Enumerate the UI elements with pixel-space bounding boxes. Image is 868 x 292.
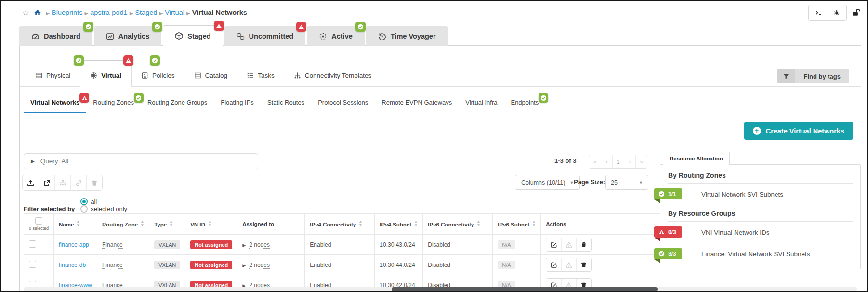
resource-allocation-tab[interactable]: Resource Allocation	[663, 152, 730, 165]
subtab-label: Tasks	[258, 72, 275, 79]
api-console-button[interactable]	[810, 6, 828, 19]
tab-dashboard[interactable]: Dashboard	[19, 26, 92, 46]
pagination-prev-button[interactable]: ‹	[601, 155, 612, 168]
subtab-physical[interactable]: Physical	[26, 64, 80, 87]
radio-icon[interactable]	[80, 205, 88, 212]
sectiontab-endpoints[interactable]: Endpoints	[504, 99, 545, 113]
export-button[interactable]	[39, 175, 54, 190]
radio-icon[interactable]	[80, 198, 88, 205]
subtab-policies[interactable]: Policies	[132, 64, 184, 87]
query-builder-bar[interactable]: ▶ Query: All	[24, 153, 258, 169]
home-icon[interactable]	[34, 9, 41, 16]
staged-sub-tab-bar: Physical Virtual Policies Catalog Tasks …	[20, 46, 861, 87]
routing-zone-link[interactable]: Finance	[102, 262, 123, 269]
column-header-type[interactable]: Type	[149, 214, 185, 235]
tab-uncommitted[interactable]: Uncommitted	[224, 26, 306, 46]
breadcrumb-link[interactable]: Staged	[135, 9, 157, 16]
column-label: Routing Zone	[102, 222, 138, 227]
anomalies-icon	[566, 241, 572, 248]
column-header-ipv6-connectivity[interactable]: IPv6 Connectivity	[423, 214, 493, 235]
resource-item-virtual-network-svi-subnets[interactable]: 1/1 Virtual Network SVI Subnets	[660, 184, 860, 205]
assigned-nodes-link[interactable]: 2 nodes	[249, 241, 270, 249]
vn-name-link[interactable]: finance-db	[59, 262, 86, 268]
success-check-badge	[74, 55, 84, 66]
delete-row-button[interactable]	[576, 238, 591, 251]
console-button-group	[808, 5, 847, 21]
sectiontab-routing-zones[interactable]: Routing Zones	[86, 99, 141, 113]
page-size-select[interactable]: 25 ▼	[605, 175, 648, 190]
row-actions	[546, 238, 592, 252]
select-all-checkbox[interactable]	[35, 217, 42, 225]
assigned-nodes-link[interactable]: 2 nodes	[249, 262, 270, 269]
column-header-ipv4-connectivity[interactable]: IPv4 Connectivity	[305, 214, 375, 235]
tab-analytics[interactable]: Analytics	[94, 26, 161, 46]
row-checkbox[interactable]	[29, 261, 36, 268]
filter-option-selected-only[interactable]: selected only	[80, 205, 134, 212]
tab-active[interactable]: Active	[307, 26, 365, 46]
export-icon	[43, 179, 51, 186]
subtab-catalog[interactable]: Catalog	[184, 64, 237, 87]
find-by-tags-button[interactable]: Find by tags	[777, 69, 849, 83]
anomalies-row-button[interactable]	[561, 238, 576, 251]
subtab-virtual[interactable]: Virtual	[80, 64, 132, 87]
sectiontab-floating-ips[interactable]: Floating IPs	[214, 99, 261, 113]
resource-section-title: By Resource Groups	[660, 205, 860, 221]
assign-to-nodes-button[interactable]	[54, 175, 70, 190]
debug-button[interactable]	[828, 6, 845, 19]
resource-item-vni-virtual-network-ids[interactable]: 0/3 VNI Virtual Network IDs	[660, 222, 860, 243]
pagination-info: 1-3 of 3	[554, 157, 577, 164]
sectiontab-remote-evpn-gateways[interactable]: Remote EVPN Gateways	[375, 99, 459, 113]
anomalies-row-button[interactable]	[561, 258, 576, 271]
pagination-last-button[interactable]: »	[635, 155, 647, 168]
create-button-label: Create Virtual Networks	[766, 127, 844, 135]
pagination-first-button[interactable]: «	[589, 155, 601, 168]
edit-row-button[interactable]	[546, 258, 561, 271]
unlock-icon[interactable]	[852, 8, 860, 17]
error-warning-badge	[214, 21, 224, 31]
row-checkbox[interactable]	[29, 240, 36, 248]
expand-caret-icon[interactable]: ▶	[242, 263, 246, 268]
create-virtual-networks-button[interactable]: + Create Virtual Networks	[744, 122, 853, 140]
sectiontab-routing-zone-groups[interactable]: Routing Zone Groups	[141, 99, 214, 113]
expand-caret-icon[interactable]: ▶	[242, 243, 246, 248]
edit-row-button[interactable]	[546, 238, 561, 251]
sectiontab-static-routes[interactable]: Static Routes	[261, 99, 311, 113]
pagination-page-1-button[interactable]: 1	[612, 155, 624, 168]
sectiontab-protocol-sessions[interactable]: Protocol Sessions	[311, 99, 375, 113]
sectiontab-virtual-networks[interactable]: Virtual Networks	[24, 99, 86, 113]
column-header-name[interactable]: Name	[54, 214, 97, 235]
link-button[interactable]	[70, 175, 86, 190]
column-label: IPv6 Connectivity	[428, 222, 474, 227]
column-header-routing-zone[interactable]: Routing Zone	[97, 214, 149, 235]
breadcrumb-link[interactable]: Blueprints	[52, 9, 82, 16]
delete-button[interactable]	[86, 175, 102, 190]
top-bar: ☆ ▶ Blueprints ▶ apstra-pod1 ▶ Staged ▶ …	[1, 1, 867, 24]
column-header-ipv6-subnet[interactable]: IPv6 Subnet	[493, 214, 541, 235]
column-label: Type	[154, 222, 167, 227]
filter-option-all[interactable]: all	[80, 198, 134, 205]
pagination-next-button[interactable]: ›	[624, 155, 635, 168]
routing-zone-link[interactable]: Finance	[102, 241, 123, 249]
import-icon	[27, 179, 34, 186]
horizontal-scrollbar-track[interactable]	[24, 287, 857, 291]
column-header-ipv4-subnet[interactable]: IPv4 Subnet	[375, 214, 423, 235]
select-all-header: 0 selected	[24, 214, 54, 235]
sectiontab-virtual-infra[interactable]: Virtual Infra	[459, 99, 504, 113]
blueprint-main-tabs: Dashboard Analytics Staged Uncommitted A…	[19, 25, 448, 46]
column-header-vn-id[interactable]: VN ID	[185, 214, 237, 235]
subtab-connectivity-templates[interactable]: Connectivity Templates	[284, 64, 381, 87]
delete-row-button[interactable]	[576, 258, 591, 271]
resource-section-title: By Routing Zones	[660, 167, 860, 183]
breadcrumb-link[interactable]: apstra-pod1	[90, 9, 127, 16]
tab-time-voyager[interactable]: Time Voyager	[366, 26, 448, 46]
columns-dropdown[interactable]: Columns (10/11) ▼	[515, 175, 580, 190]
tab-staged[interactable]: Staged	[163, 25, 223, 46]
favorite-star-icon[interactable]: ☆	[22, 9, 29, 17]
filter-funnel-icon	[777, 69, 795, 83]
horizontal-scrollbar-thumb[interactable]	[392, 287, 658, 291]
import-button[interactable]	[23, 175, 39, 190]
breadcrumb-link[interactable]: Virtual	[165, 9, 184, 16]
subtab-tasks[interactable]: Tasks	[237, 64, 284, 87]
resource-item-finance-virtual-network-svi-subnets[interactable]: 3/3 Finance: Virtual Network SVI Subnets	[660, 243, 860, 265]
vn-name-link[interactable]: finance-app	[59, 241, 89, 248]
